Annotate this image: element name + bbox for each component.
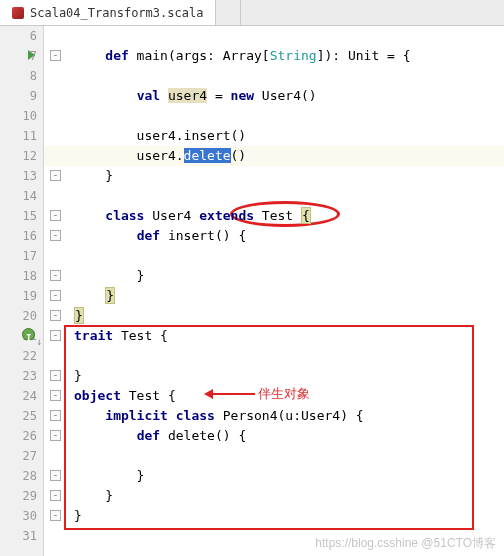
tab-scala04-transform3[interactable]: Scala04_Transform3.scala [0,0,216,25]
code-line[interactable]: }- [44,486,504,506]
code-line[interactable]: class User4 extends Test {- [44,206,504,226]
line-number: 18 [0,266,37,286]
implements-gutter-icon[interactable] [22,328,35,341]
line-number: 7 [0,46,37,66]
code-line[interactable]: }- [44,166,504,186]
run-gutter-icon[interactable] [28,50,35,60]
line-number: 12 [0,146,37,166]
line-number: 31 [0,526,37,546]
tab-empty[interactable] [216,0,241,25]
code-line[interactable] [44,186,504,206]
line-number: 11 [0,126,37,146]
line-number: 13 [0,166,37,186]
code-line[interactable]: def insert() {- [44,226,504,246]
line-number: 26 [0,426,37,446]
line-number: 23 [0,366,37,386]
line-number: 21↓ [0,326,37,346]
fold-toggle-icon[interactable]: - [50,510,61,521]
code-line[interactable]: }- [44,306,504,326]
fold-toggle-icon[interactable]: - [50,390,61,401]
code-line[interactable]: val user4 = new User4() [44,86,504,106]
code-line[interactable] [44,446,504,466]
line-number: 22 [0,346,37,366]
tab-bar: Scala04_Transform3.scala [0,0,504,26]
code-line[interactable]: trait Test {- [44,326,504,346]
fold-toggle-icon[interactable]: - [50,270,61,281]
code-line[interactable]: }- [44,266,504,286]
code-line[interactable]: }- [44,286,504,306]
fold-toggle-icon[interactable]: - [50,490,61,501]
line-number: 20 [0,306,37,326]
line-number: 24 [0,386,37,406]
line-number: 25 [0,406,37,426]
line-number: 16 [0,226,37,246]
code-line[interactable]: user4.delete() [44,146,504,166]
line-number-gutter: 6789101112131415161718192021↓22232425262… [0,26,44,556]
fold-toggle-icon[interactable]: - [50,470,61,481]
fold-toggle-icon[interactable]: - [50,290,61,301]
code-line[interactable]: }- [44,366,504,386]
line-number: 10 [0,106,37,126]
code-line[interactable]: implicit class Person4(u:User4) {- [44,406,504,426]
line-number: 15 [0,206,37,226]
code-line[interactable] [44,106,504,126]
code-editor: 6789101112131415161718192021↓22232425262… [0,26,504,556]
code-line[interactable] [44,66,504,86]
fold-toggle-icon[interactable]: - [50,210,61,221]
fold-toggle-icon[interactable]: - [50,50,61,61]
line-number: 30 [0,506,37,526]
fold-toggle-icon[interactable]: - [50,330,61,341]
fold-toggle-icon[interactable]: - [50,430,61,441]
line-number: 28 [0,466,37,486]
line-number: 29 [0,486,37,506]
code-line[interactable]: def main(args: Array[String]): Unit = {- [44,46,504,66]
code-line[interactable] [44,246,504,266]
line-number: 14 [0,186,37,206]
line-number: 19 [0,286,37,306]
code-line[interactable]: }- [44,466,504,486]
code-line[interactable] [44,26,504,46]
fold-toggle-icon[interactable]: - [50,310,61,321]
scala-file-icon [12,7,24,19]
code-area[interactable]: 伴生对象 def main(args: Array[String]): Unit… [44,26,504,556]
fold-toggle-icon[interactable]: - [50,370,61,381]
code-line[interactable]: object Test {- [44,386,504,406]
line-number: 6 [0,26,37,46]
line-number: 9 [0,86,37,106]
code-line[interactable]: user4.insert() [44,126,504,146]
line-number: 8 [0,66,37,86]
watermark-text: https://blog.csshine @51CTO博客 [315,535,496,552]
fold-toggle-icon[interactable]: - [50,410,61,421]
tab-label: Scala04_Transform3.scala [30,6,203,20]
fold-toggle-icon[interactable]: - [50,170,61,181]
code-line[interactable] [44,346,504,366]
code-line[interactable]: }- [44,506,504,526]
code-line[interactable]: def delete() {- [44,426,504,446]
line-number: 17 [0,246,37,266]
fold-toggle-icon[interactable]: - [50,230,61,241]
line-number: 27 [0,446,37,466]
